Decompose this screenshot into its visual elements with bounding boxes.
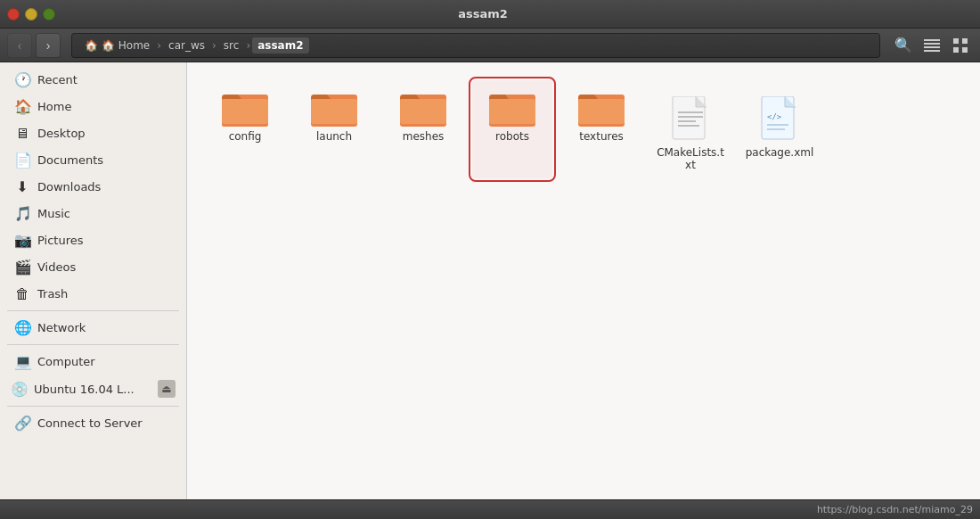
eject-button[interactable]: ⏏ bbox=[158, 380, 176, 398]
home-icon: 🏠 bbox=[85, 39, 98, 52]
breadcrumb-car_ws[interactable]: car_ws bbox=[163, 37, 210, 54]
breadcrumb-sep-2: › bbox=[212, 39, 216, 52]
sidebar-item-trash[interactable]: 🗑 Trash bbox=[4, 281, 183, 307]
file-area: config launch meshes bbox=[187, 62, 980, 499]
window-controls bbox=[7, 8, 55, 21]
file-label-cmakelists: CMakeLists.txt bbox=[654, 146, 727, 171]
sidebar-label-desktop: Desktop bbox=[37, 127, 86, 140]
sidebar-label-pictures: Pictures bbox=[37, 234, 83, 247]
doc-icon-cmakelists bbox=[671, 96, 710, 143]
file-grid: config launch meshes bbox=[205, 80, 962, 178]
main-area: 🕐 Recent 🏠 Home 🖥 Desktop 📄 Documents ⬇ … bbox=[0, 62, 980, 499]
svg-rect-4 bbox=[953, 38, 959, 44]
sidebar-label-ubuntu: Ubuntu 16.04 L... bbox=[34, 383, 151, 396]
svg-rect-6 bbox=[953, 47, 959, 53]
connect-icon: 🔗 bbox=[14, 415, 30, 432]
desktop-icon: 🖥 bbox=[14, 125, 30, 142]
svg-text:</>: </> bbox=[767, 112, 782, 121]
close-button[interactable] bbox=[7, 8, 20, 21]
svg-rect-1 bbox=[924, 43, 940, 45]
sidebar-label-home: Home bbox=[37, 100, 71, 113]
pictures-icon: 📷 bbox=[14, 232, 30, 249]
file-item-meshes[interactable]: meshes bbox=[383, 80, 463, 178]
network-icon: 🌐 bbox=[14, 319, 30, 336]
svg-rect-5 bbox=[962, 38, 968, 44]
grid-view-button[interactable] bbox=[948, 33, 973, 58]
computer-icon: 💻 bbox=[14, 353, 30, 370]
sidebar-item-home[interactable]: 🏠 Home bbox=[4, 94, 183, 119]
svg-rect-14 bbox=[400, 99, 446, 124]
sidebar-item-downloads[interactable]: ⬇ Downloads bbox=[4, 174, 183, 200]
documents-icon: 📄 bbox=[14, 152, 30, 169]
drive-icon: 💿 bbox=[11, 381, 27, 398]
folder-icon-meshes bbox=[400, 87, 446, 127]
sidebar-label-computer: Computer bbox=[37, 355, 95, 368]
svg-rect-16 bbox=[489, 99, 535, 124]
music-icon: 🎵 bbox=[14, 205, 30, 222]
sidebar-item-computer[interactable]: 💻 Computer bbox=[4, 349, 183, 375]
trash-icon: 🗑 bbox=[14, 285, 30, 302]
file-item-launch[interactable]: launch bbox=[294, 80, 374, 178]
file-item-textures[interactable]: textures bbox=[561, 80, 641, 178]
sidebar-item-network[interactable]: 🌐 Network bbox=[4, 315, 183, 341]
list-view-button[interactable] bbox=[919, 33, 944, 58]
videos-icon: 🎬 bbox=[14, 259, 30, 276]
file-label-config: config bbox=[229, 130, 262, 143]
folder-icon-textures bbox=[578, 87, 625, 127]
file-item-config[interactable]: config bbox=[205, 80, 285, 178]
sidebar-label-trash: Trash bbox=[37, 287, 68, 301]
minimize-button[interactable] bbox=[25, 8, 37, 21]
sidebar-label-videos: Videos bbox=[37, 260, 76, 274]
svg-rect-2 bbox=[924, 46, 940, 48]
forward-button[interactable]: › bbox=[36, 33, 61, 58]
svg-rect-12 bbox=[311, 99, 357, 124]
file-label-robots: robots bbox=[495, 130, 529, 143]
breadcrumb-sep-1: › bbox=[157, 39, 161, 52]
maximize-button[interactable] bbox=[43, 8, 55, 21]
statusbar-text: https://blog.csdn.net/miamo_29 bbox=[817, 504, 973, 515]
breadcrumb-assam2[interactable]: assam2 bbox=[252, 37, 308, 54]
sidebar-item-documents[interactable]: 📄 Documents bbox=[4, 147, 183, 173]
sidebar-item-recent[interactable]: 🕐 Recent bbox=[4, 67, 183, 93]
sidebar-separator-3 bbox=[7, 406, 179, 407]
sidebar-item-connect[interactable]: 🔗 Connect to Server bbox=[4, 410, 183, 436]
sidebar-item-pictures[interactable]: 📷 Pictures bbox=[4, 227, 183, 253]
sidebar-separator-2 bbox=[7, 344, 179, 345]
back-button[interactable]: ‹ bbox=[7, 33, 32, 58]
file-label-meshes: meshes bbox=[403, 130, 445, 143]
breadcrumb-src[interactable]: src bbox=[218, 37, 245, 54]
file-item-cmakelists[interactable]: CMakeLists.txt bbox=[650, 89, 731, 178]
folder-icon-config bbox=[222, 87, 268, 127]
sidebar-label-connect: Connect to Server bbox=[37, 416, 143, 430]
folder-icon-robots bbox=[489, 87, 535, 127]
sidebar: 🕐 Recent 🏠 Home 🖥 Desktop 📄 Documents ⬇ … bbox=[0, 62, 187, 499]
search-button[interactable]: 🔍 bbox=[891, 33, 916, 58]
file-label-textures: textures bbox=[579, 130, 624, 143]
recent-icon: 🕐 bbox=[14, 71, 30, 88]
downloads-icon: ⬇ bbox=[14, 178, 30, 195]
breadcrumb-home[interactable]: 🏠 🏠 Home bbox=[79, 37, 155, 54]
file-item-robots[interactable]: robots bbox=[472, 80, 552, 178]
svg-rect-7 bbox=[962, 47, 968, 53]
svg-rect-3 bbox=[924, 50, 940, 52]
sidebar-item-music[interactable]: 🎵 Music bbox=[4, 201, 183, 227]
sidebar-label-documents: Documents bbox=[37, 153, 103, 167]
sidebar-item-ubuntu[interactable]: 💿 Ubuntu 16.04 L... ⏏ bbox=[0, 375, 186, 402]
sidebar-item-videos[interactable]: 🎬 Videos bbox=[4, 254, 183, 280]
svg-rect-10 bbox=[222, 99, 268, 124]
sidebar-label-network: Network bbox=[37, 321, 86, 334]
sidebar-label-downloads: Downloads bbox=[37, 180, 101, 194]
sidebar-item-desktop[interactable]: 🖥 Desktop bbox=[4, 120, 183, 146]
statusbar: https://blog.csdn.net/miamo_29 bbox=[0, 499, 980, 519]
sidebar-label-music: Music bbox=[37, 207, 70, 220]
breadcrumb-sep-3: › bbox=[246, 39, 250, 52]
file-item-packagexml[interactable]: </> package.xml bbox=[739, 89, 820, 178]
window-title: assam2 bbox=[64, 7, 902, 21]
folder-icon-launch bbox=[311, 87, 357, 127]
xml-icon-packagexml: </> bbox=[760, 96, 799, 143]
svg-rect-18 bbox=[578, 99, 625, 124]
sidebar-label-recent: Recent bbox=[37, 73, 78, 86]
file-label-packagexml: package.xml bbox=[746, 146, 814, 159]
toolbar-actions: 🔍 bbox=[891, 33, 973, 58]
svg-rect-0 bbox=[924, 39, 940, 41]
